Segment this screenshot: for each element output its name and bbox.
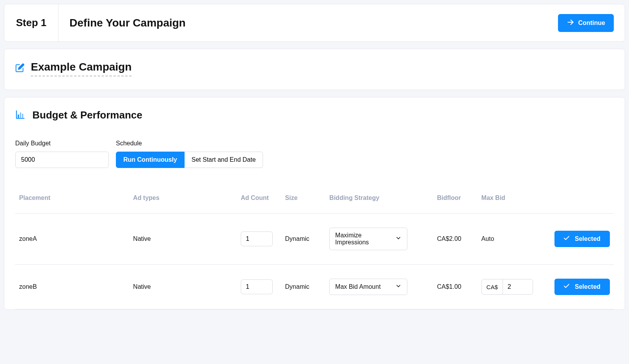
th-max-bid: Max Bid — [478, 188, 547, 214]
cell-ad-count — [237, 214, 281, 265]
selected-button[interactable]: Selected — [554, 231, 610, 247]
check-icon — [563, 235, 570, 243]
cell-placement: zoneB — [15, 265, 129, 309]
continue-button-label: Continue — [578, 19, 605, 27]
chevron-down-icon — [395, 235, 402, 243]
cell-max-bid: CA$ — [478, 265, 547, 309]
th-ad-count: Ad Count — [237, 188, 281, 214]
schedule-continuous-button[interactable]: Run Continuously — [116, 152, 185, 168]
arrow-right-icon — [567, 18, 574, 28]
step-indicator: Step 1 — [4, 4, 59, 41]
check-icon — [563, 283, 570, 291]
placements-table: Placement Ad types Ad Count Size Bidding… — [15, 188, 614, 309]
daily-budget-field: Daily Budget — [15, 140, 109, 168]
bidding-strategy-value: Maximize Impressions — [335, 232, 395, 246]
cell-bidding-strategy: Max Bid Amount — [325, 265, 433, 309]
cell-ad-types: Native — [129, 214, 237, 265]
th-size: Size — [281, 188, 326, 214]
th-bidfloor: Bidfloor — [433, 188, 478, 214]
table-row: zoneA Native Dynamic Maximize Impression… — [15, 214, 614, 265]
campaign-name[interactable]: Example Campaign — [31, 61, 131, 76]
bidding-strategy-value: Max Bid Amount — [335, 283, 381, 290]
cell-placement: zoneA — [15, 214, 129, 265]
budget-performance-card: Budget & Performance Daily Budget Schedu… — [4, 97, 625, 310]
section-title: Budget & Performance — [32, 109, 142, 121]
chevron-down-icon — [395, 283, 402, 291]
svg-rect-4 — [20, 112, 21, 118]
cell-ad-count — [237, 265, 281, 309]
cell-bidfloor: CA$2.00 — [433, 214, 478, 265]
step-label: Step 1 — [16, 17, 46, 29]
header-main: Define Your Campaign Continue — [59, 4, 625, 41]
cell-size: Dynamic — [281, 265, 326, 309]
ad-count-input[interactable] — [241, 231, 273, 246]
cell-bidfloor: CA$1.00 — [433, 265, 478, 309]
cell-bidding-strategy: Maximize Impressions — [325, 214, 433, 265]
campaign-name-card: Example Campaign — [4, 49, 625, 90]
page-title: Define Your Campaign — [69, 17, 186, 29]
selected-label: Selected — [575, 235, 601, 242]
currency-prefix: CA$ — [482, 279, 503, 294]
th-placement: Placement — [15, 188, 129, 214]
bidding-strategy-select[interactable]: Maximize Impressions — [329, 228, 407, 250]
continue-button[interactable]: Continue — [558, 14, 614, 32]
selected-label: Selected — [575, 283, 601, 290]
daily-budget-label: Daily Budget — [15, 140, 109, 147]
th-ad-types: Ad types — [129, 188, 237, 214]
step-header: Step 1 Define Your Campaign Continue — [4, 4, 625, 42]
bar-chart-icon — [15, 110, 25, 121]
schedule-dated-button[interactable]: Set Start and End Date — [185, 152, 263, 168]
svg-rect-3 — [18, 115, 19, 118]
max-bid-input-group: CA$ — [482, 279, 533, 295]
svg-rect-5 — [22, 113, 23, 118]
ad-count-input[interactable] — [241, 279, 273, 294]
schedule-toggle-group: Run Continuously Set Start and End Date — [116, 152, 263, 168]
max-bid-input[interactable] — [503, 279, 526, 294]
table-row: zoneB Native Dynamic Max Bid Amount CA$1… — [15, 265, 614, 309]
schedule-field: Schedule Run Continuously Set Start and … — [116, 140, 263, 168]
edit-icon[interactable] — [15, 63, 25, 74]
selected-button[interactable]: Selected — [554, 279, 610, 295]
cell-max-bid: Auto — [478, 214, 547, 265]
th-bidding-strategy: Bidding Strategy — [325, 188, 433, 214]
cell-size: Dynamic — [281, 214, 326, 265]
bidding-strategy-select[interactable]: Max Bid Amount — [329, 279, 407, 295]
daily-budget-input[interactable] — [15, 152, 109, 168]
schedule-label: Schedule — [116, 140, 263, 147]
cell-ad-types: Native — [129, 265, 237, 309]
